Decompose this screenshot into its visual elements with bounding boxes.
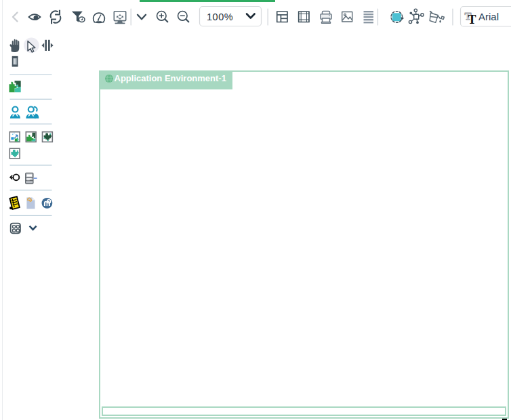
svg-text:100%: 100% — [207, 12, 233, 22]
svg-text:T: T — [468, 13, 476, 26]
svg-text:Arial: Arial — [478, 11, 499, 22]
